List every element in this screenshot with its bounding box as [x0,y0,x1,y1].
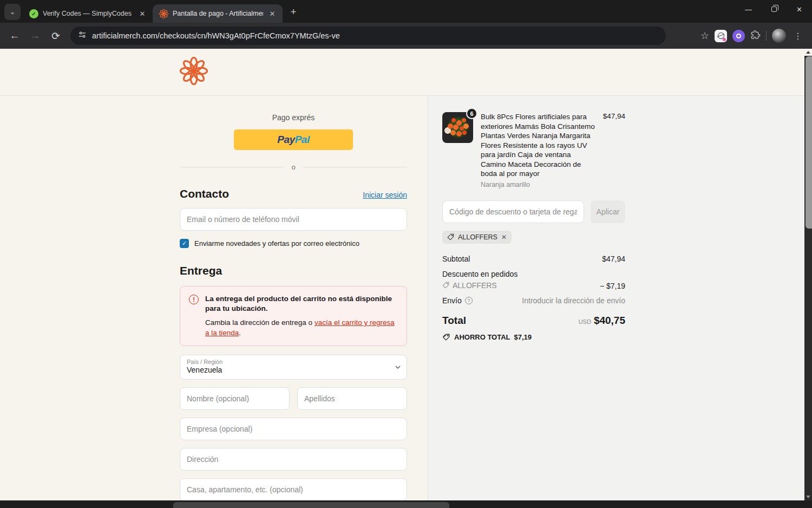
paypal-button[interactable]: PayPal [234,129,353,150]
contact-heading: Contacto [180,187,229,200]
close-tab-icon[interactable]: ✕ [137,9,147,18]
savings-value: $7,19 [514,333,532,341]
apartment-field[interactable] [180,479,407,500]
shipping-value: Introducir la dirección de envío [522,296,625,305]
vertical-scrollbar[interactable] [804,49,812,500]
subtotal-label: Subtotal [442,255,470,263]
country-select[interactable]: País / Región Venezuela [180,355,407,380]
site-settings-icon[interactable] [78,30,87,41]
totals-section: Subtotal $47,94 Descuento en pedidos [442,255,625,342]
subtotal-value: $47,94 [602,255,625,263]
url-bar[interactable]: artificialmerch.com/checkouts/cn/hWN3gAt… [70,27,666,45]
store-logo[interactable] [180,57,208,87]
reload-button[interactable]: ⟳ [47,27,65,45]
express-checkout-label: Pago exprés [180,113,407,122]
discount-code-label: ALLOFFERS [442,281,497,290]
tag-icon [442,282,449,289]
forward-button[interactable]: → [26,27,44,45]
site-header [0,49,804,96]
paypal-logo: Pay [277,134,294,146]
simplycodes-favicon-icon: ✓ [29,9,38,18]
restore-icon [771,6,777,12]
back-button[interactable]: ← [5,27,24,45]
maximize-button[interactable] [761,0,787,18]
discount-row: Aplicar [442,200,625,223]
discount-code-input[interactable] [443,201,584,223]
tab-title: Verify Codes — SimplyCodes [43,10,133,17]
warning-secondary: Cambia la dirección de entrega o vacía e… [205,318,398,337]
warning-icon: ! [189,295,199,304]
login-link[interactable]: Iniciar sesión [363,191,407,199]
minimize-button[interactable]: — [736,0,761,18]
delivery-warning-banner: ! La entrega del producto del carrito no… [180,286,407,346]
url-text[interactable]: artificialmerch.com/checkouts/cn/hWN3gAt… [92,31,340,40]
extensions-puzzle-icon[interactable] [750,30,761,42]
product-price: $47,94 [603,112,625,188]
order-discount-label: Descuento en pedidos [442,270,518,278]
scroll-up-icon[interactable] [804,49,812,56]
tab-simplycodes[interactable]: ✓ Verify Codes — SimplyCodes ✕ [23,4,153,23]
ring-icon [736,34,741,38]
toolbar-divider [766,31,767,41]
chevron-down-icon [395,364,401,370]
browser-menu-icon[interactable]: ⋮ [791,31,804,41]
discount-chip: ALLOFFERS ✕ [442,231,512,244]
close-window-button[interactable]: ✕ [787,0,812,18]
newsletter-label: Enviarme novedades y ofertas por correo … [194,239,359,248]
shipping-help-icon[interactable]: ? [465,297,473,304]
address-field[interactable] [180,448,407,470]
scrollbar-corner [804,500,812,508]
apply-discount-button[interactable]: Aplicar [591,200,625,223]
quantity-badge: 6 [466,108,477,119]
checkout-page: Pago exprés PayPal o Contacto Iniciar se… [0,49,812,508]
extension-icon[interactable] [732,30,745,42]
store-favicon-icon [159,9,168,18]
checkbox-checked-icon[interactable]: ✓ [180,239,189,248]
notification-dot-icon [723,38,726,41]
checkout-form-column: Pago exprés PayPal o Contacto Iniciar se… [0,96,428,500]
toolbar-right: ☆ ⋮ [700,29,807,43]
total-value: USD$40,75 [579,315,625,327]
currency-code: USD [579,318,591,325]
discount-value: − $7,19 [600,282,625,290]
warning-message: La entrega del producto del carrito no e… [205,294,398,314]
first-name-field[interactable] [180,388,289,409]
double-tag-icon [442,333,450,341]
close-tab-icon[interactable]: ✕ [267,9,277,18]
shipping-label: Envío ? [442,296,473,305]
browser-toolbar: ← → ⟳ artificialmerch.com/checkouts/cn/h… [0,23,812,49]
browser-window: ⌄ ✓ Verify Codes — SimplyCodes ✕ Pantall… [0,0,812,508]
or-divider: o [180,163,407,171]
total-savings-row: AHORRO TOTAL $7,19 [442,333,625,341]
tag-icon [447,233,454,240]
tab-search-button[interactable]: ⌄ [4,4,21,20]
profile-avatar[interactable] [772,29,786,43]
total-label: Total [442,315,466,327]
email-field[interactable] [180,209,407,230]
product-title: Bulk 8Pcs Flores artificiales para exter… [481,112,598,179]
product-variant: Naranja amarillo [481,181,598,188]
remove-discount-icon[interactable]: ✕ [501,233,507,241]
vertical-scrollbar-thumb[interactable] [806,56,812,229]
cart-line-item: 6 Bulk 8Pcs Flores artificiales para ext… [442,112,625,188]
tab-checkout[interactable]: Pantalla de pago - Artificialmerc ✕ [153,4,283,23]
savings-label: AHORRO TOTAL [454,333,510,341]
last-name-field[interactable] [298,388,407,409]
company-field[interactable] [180,418,407,440]
order-summary-column: 6 Bulk 8Pcs Flores artificiales para ext… [428,96,804,500]
bookmark-star-icon[interactable]: ☆ [700,30,709,42]
newsletter-checkbox-row[interactable]: ✓ Enviarme novedades y ofertas por corre… [180,239,407,248]
new-tab-button[interactable]: + [286,4,301,19]
horizontal-scrollbar[interactable] [0,500,804,508]
extension-icon[interactable] [715,30,727,42]
tab-title: Pantalla de pago - Artificialmerc [173,10,263,17]
horizontal-scrollbar-thumb[interactable] [173,502,449,508]
tab-strip: ⌄ ✓ Verify Codes — SimplyCodes ✕ Pantall… [0,0,812,23]
window-controls: — ✕ [736,0,812,18]
delivery-heading: Entrega [180,264,222,277]
discount-chip-code: ALLOFFERS [458,233,497,241]
scroll-down-icon[interactable] [804,493,812,500]
